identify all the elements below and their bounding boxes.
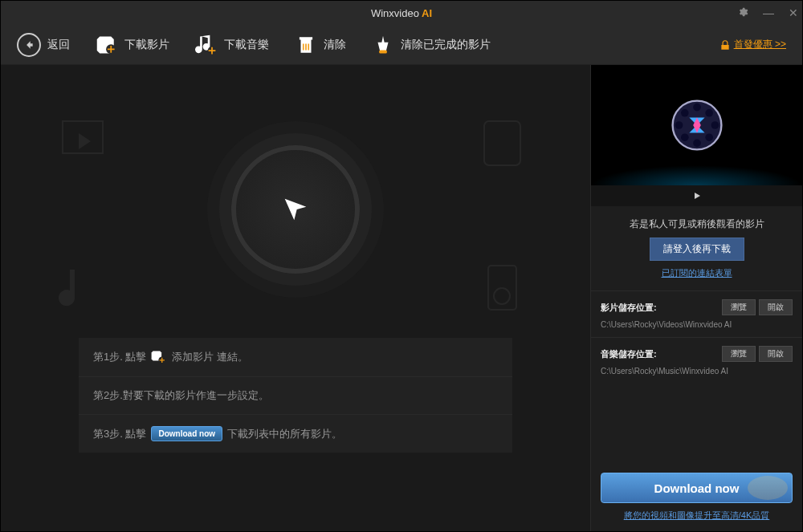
sidebar: 若是私人可見或稍後觀看的影片 請登入後再下載 已訂閱的連結表單 影片儲存位置: … <box>590 65 802 531</box>
svg-point-14 <box>705 109 713 117</box>
music-path-label: 音樂儲存位置: <box>601 348 657 360</box>
drop-zone[interactable] <box>79 97 512 322</box>
music-path-value: C:\Users\Rocky\Music\Winxvideo AI <box>601 367 793 376</box>
svg-point-11 <box>675 121 683 129</box>
video-path-section: 影片儲存位置: 瀏覽 開啟 C:\Users\Rocky\Videos\Winx… <box>591 290 802 337</box>
download-now-button[interactable]: Download now <box>601 473 793 503</box>
svg-point-16 <box>705 133 713 141</box>
svg-rect-4 <box>484 121 520 165</box>
step-1: 第1步. 點擊 添加影片 連結。 <box>79 338 512 376</box>
music-browse-button[interactable]: 瀏覽 <box>722 346 756 362</box>
toolbar: 返回 下載影片 下載音樂 清除 清除已完成的影片 首發優惠 >> <box>1 25 802 65</box>
subscribed-list-link[interactable]: 已訂閱的連結表單 <box>599 267 794 279</box>
settings-icon[interactable] <box>737 6 748 20</box>
app-title: Winxvideo AI <box>371 7 432 19</box>
minimize-icon[interactable]: — <box>763 6 774 19</box>
svg-point-12 <box>711 121 719 129</box>
music-path-section: 音樂儲存位置: 瀏覽 開啟 C:\Users\Rocky\Music\Winxv… <box>591 337 802 384</box>
play-button[interactable] <box>591 185 802 206</box>
clear-completed-button[interactable]: 清除已完成的影片 <box>372 34 491 56</box>
svg-point-6 <box>494 288 510 304</box>
svg-point-9 <box>693 104 701 112</box>
svg-point-15 <box>681 133 689 141</box>
preview-pane <box>591 65 802 185</box>
video-path-label: 影片儲存位置: <box>601 302 657 314</box>
main-area: 第1步. 點擊 添加影片 連結。 第2步.對要下載的影片作進一步設定。 第3步.… <box>1 65 590 531</box>
back-button[interactable]: 返回 <box>17 33 70 57</box>
download-now-badge: Download now <box>151 426 222 441</box>
step-3: 第3步. 點擊 Download now 下載列表中的所有影片。 <box>79 414 512 453</box>
download-music-button[interactable]: 下載音樂 <box>195 34 269 56</box>
upgrade-link[interactable]: 將您的視頻和圖像提升至高清/4K品質 <box>601 510 793 522</box>
login-message: 若是私人可見或稍後觀看的影片 <box>599 217 794 231</box>
add-video-icon <box>151 349 167 365</box>
promo-link[interactable]: 首發優惠 >> <box>719 38 786 51</box>
app-logo-icon <box>665 93 729 157</box>
arrow-cursor-icon <box>231 145 360 274</box>
svg-point-10 <box>693 140 701 148</box>
steps-panel: 第1步. 點擊 添加影片 連結。 第2步.對要下載的影片作進一步設定。 第3步.… <box>79 338 512 453</box>
clear-button[interactable]: 清除 <box>295 34 346 56</box>
video-path-value: C:\Users\Rocky\Videos\Winxvideo AI <box>601 320 793 329</box>
step-2: 第2步.對要下載的影片作進一步設定。 <box>79 376 512 414</box>
svg-rect-2 <box>379 50 387 53</box>
music-open-button[interactable]: 開啟 <box>759 346 793 362</box>
download-video-button[interactable]: 下載影片 <box>96 34 169 56</box>
video-browse-button[interactable]: 瀏覽 <box>722 299 756 315</box>
svg-point-13 <box>681 109 689 117</box>
video-open-button[interactable]: 開啟 <box>759 299 793 315</box>
close-icon[interactable]: ✕ <box>789 6 798 19</box>
titlebar: Winxvideo AI — ✕ <box>1 1 802 25</box>
login-button[interactable]: 請登入後再下載 <box>650 238 744 261</box>
